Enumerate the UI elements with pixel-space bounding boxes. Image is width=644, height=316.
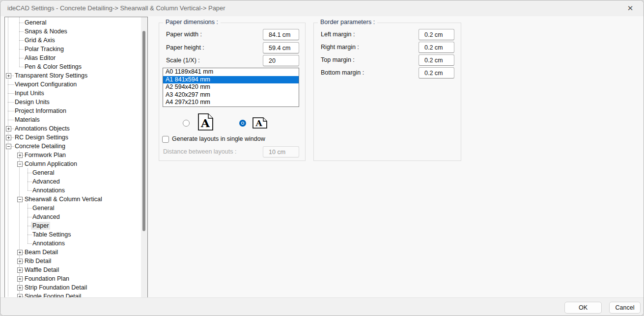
tree-item-alias-editor[interactable]: Alias Editor: [5, 53, 147, 62]
tree-item-table-settings[interactable]: Table Settings: [5, 230, 147, 239]
settings-tree: GeneralSnaps & NodesGrid & AxisPolar Tra…: [4, 17, 148, 298]
close-icon[interactable]: ✕: [625, 3, 636, 13]
tree-item-label: Advanced: [31, 178, 61, 185]
tree-item-annotations-objects[interactable]: Annotations Objects: [5, 124, 147, 133]
landscape-radio[interactable]: [239, 120, 246, 127]
tree-item-label: Snaps & Nodes: [23, 27, 69, 35]
orientation-letter: A: [200, 116, 210, 130]
tree-item-label: Project Information: [13, 107, 68, 115]
expand-icon[interactable]: [6, 135, 11, 140]
tree-item-formwork-plan[interactable]: Formwork Plan: [5, 151, 147, 159]
tree-item-general[interactable]: General: [5, 168, 147, 177]
generate-layouts-checkbox[interactable]: [162, 136, 169, 143]
scale-1-x-label: Scale (1/X) :: [166, 55, 200, 66]
expand-icon[interactable]: [6, 73, 11, 79]
paper-size-option-a4[interactable]: A4 297x210 mm: [163, 99, 299, 106]
tree-item-design-units[interactable]: Design Units: [5, 98, 147, 106]
paper-size-option-a3[interactable]: A3 420x297 mm: [163, 91, 299, 99]
tree-item-label: Annotations: [31, 186, 66, 194]
distance-between-layouts-label: Distance between layouts :: [163, 146, 236, 158]
tree-item-input-units[interactable]: Input Units: [5, 89, 147, 98]
tree-item-waffle-detail[interactable]: Waffle Detail: [5, 265, 147, 274]
cancel-button[interactable]: Cancel: [609, 302, 641, 314]
expand-icon[interactable]: [17, 259, 23, 264]
tree-item-rc-design-settings[interactable]: RC Design Settings: [5, 133, 147, 142]
tree-item-advanced[interactable]: Advanced: [5, 212, 147, 221]
tree-item-column-application[interactable]: Column Application: [5, 159, 147, 168]
landscape-page-icon: A: [252, 117, 268, 129]
bottom-margin-label: Bottom margin :: [321, 67, 364, 79]
tree-item-foundation-plan[interactable]: Foundation Plan: [5, 274, 147, 283]
tree-item-advanced[interactable]: Advanced: [5, 177, 147, 186]
tree-item-annotations[interactable]: Annotations: [5, 186, 147, 195]
top-margin-label: Top margin :: [321, 54, 355, 66]
tree-item-label: Paper: [31, 222, 50, 230]
paper-size-option-a2[interactable]: A2 594x420 mm: [163, 83, 299, 91]
expand-icon[interactable]: [6, 126, 11, 132]
collapse-icon[interactable]: [17, 197, 23, 202]
paper-height-input[interactable]: [263, 42, 299, 53]
settings-dialog: ideCAD Settings - Concrete Detailing-> S…: [0, 0, 644, 316]
tree-item-label: General: [23, 19, 48, 26]
tree-item-transparent-story-settings[interactable]: Transparent Story Settings: [5, 71, 147, 80]
orientation-letter: A: [255, 118, 262, 128]
paper-size-listbox[interactable]: A0 1189x841 mmA1 841x594 mmA2 594x420 mm…: [163, 68, 299, 107]
tree-item-project-information[interactable]: Project Information: [5, 106, 147, 115]
dialog-footer: OK Cancel: [0, 297, 644, 316]
top-margin-input[interactable]: [419, 54, 454, 66]
tree-item-label: Foundation Plan: [23, 275, 71, 283]
tree-item-label: Materials: [13, 116, 41, 124]
paper-dimensions-title: Paper dimensions :: [163, 19, 221, 26]
dialog-title: ideCAD Settings - Concrete Detailing-> S…: [7, 0, 225, 16]
paper-height-label: Paper height :: [166, 42, 204, 53]
tree-item-label: Annotations: [31, 239, 66, 247]
paper-dimensions-group: Paper dimensions : A0 1189x841 mmA1 841x…: [159, 23, 306, 161]
tree-item-beam-detail[interactable]: Beam Detail: [5, 248, 147, 257]
tree-item-shearwall-column-vertical[interactable]: Shearwall & Column Vertical: [5, 195, 147, 204]
right-margin-input[interactable]: [419, 42, 454, 53]
expand-icon[interactable]: [17, 153, 23, 158]
expand-icon[interactable]: [17, 276, 23, 282]
tree-item-strip-foundation-detail[interactable]: Strip Foundation Detail: [5, 283, 147, 292]
paper-size-option-a0[interactable]: A0 1189x841 mm: [163, 68, 299, 76]
tree-item-annotations[interactable]: Annotations: [5, 239, 147, 248]
tree-item-label: Column Application: [23, 160, 79, 168]
expand-icon[interactable]: [17, 285, 23, 290]
right-margin-label: Right margin :: [321, 42, 359, 53]
tree-item-label: Table Settings: [31, 231, 73, 238]
left-margin-input[interactable]: [419, 29, 454, 40]
title-bar: ideCAD Settings - Concrete Detailing-> S…: [0, 0, 644, 16]
ok-button[interactable]: OK: [564, 302, 602, 314]
tree-item-label: Beam Detail: [23, 248, 59, 256]
tree-item-grid-axis[interactable]: Grid & Axis: [5, 36, 147, 45]
tree-item-label: Pen & Color Settings: [23, 63, 83, 71]
tree-item-polar-tracking[interactable]: Polar Tracking: [5, 45, 147, 53]
tree-item-label: Alias Editor: [23, 54, 57, 62]
tree-item-rib-detail[interactable]: Rib Detail: [5, 257, 147, 265]
tree-item-general[interactable]: General: [5, 204, 147, 212]
portrait-page-icon: A: [197, 113, 214, 131]
expand-icon[interactable]: [17, 250, 23, 255]
tree-item-label: General: [31, 169, 56, 177]
tree-item-viewport-configuration[interactable]: Viewport Configuration: [5, 80, 147, 89]
expand-icon[interactable]: [17, 267, 23, 273]
tree-item-label: Shearwall & Column Vertical: [23, 195, 104, 203]
tree-item-label: Advanced: [31, 213, 61, 221]
tree-item-label: Transparent Story Settings: [13, 72, 89, 79]
paper-width-input[interactable]: [263, 29, 299, 40]
collapse-icon[interactable]: [6, 144, 11, 149]
tree-item-label: Waffle Detail: [23, 266, 60, 274]
tree-item-snaps-nodes[interactable]: Snaps & Nodes: [5, 27, 147, 36]
paper-size-option-a1[interactable]: A1 841x594 mm: [163, 76, 299, 84]
tree-item-materials[interactable]: Materials: [5, 115, 147, 124]
tree-item-paper[interactable]: Paper: [5, 221, 147, 230]
tree-item-label: Annotations Objects: [13, 125, 71, 132]
portrait-radio[interactable]: [183, 120, 190, 127]
distance-between-layouts-input[interactable]: [263, 146, 299, 158]
bottom-margin-input[interactable]: [419, 67, 454, 79]
collapse-icon[interactable]: [17, 161, 23, 167]
tree-item-general[interactable]: General: [5, 18, 147, 27]
scale-1-x-input[interactable]: [263, 55, 299, 66]
tree-item-concrete-detailing[interactable]: Concrete Detailing: [5, 142, 147, 151]
tree-item-pen-color-settings[interactable]: Pen & Color Settings: [5, 62, 147, 71]
